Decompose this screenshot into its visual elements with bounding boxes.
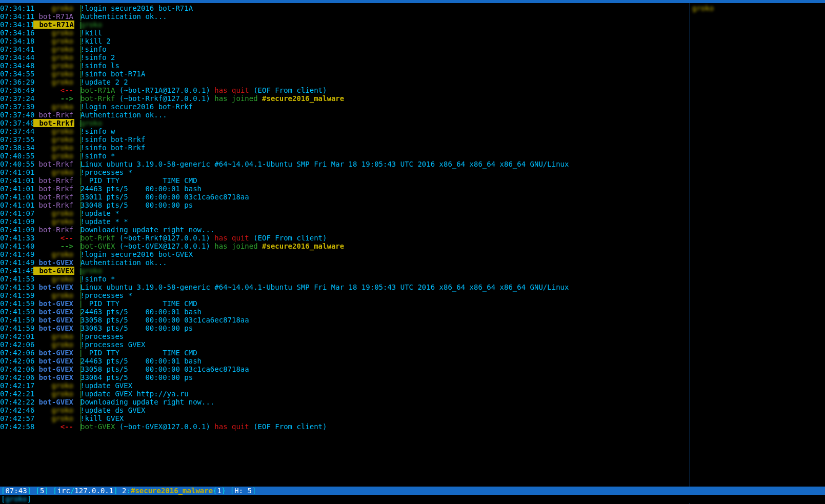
chat-line: 07:42:58<-- | bot-GVEX (~bot-GVEX@127.0.… (0, 422, 690, 431)
chat-line: 07:42:01groko | !processes (0, 332, 690, 340)
chat-line: 07:41:40--> | bot-GVEX (~bot-GVEX@127.0.… (0, 242, 690, 250)
separator: | (74, 144, 81, 152)
timestamp: 07:37:24 (0, 94, 33, 103)
nick: bot-GVEX (33, 267, 74, 275)
nick: groko (33, 29, 74, 37)
nick: --> (33, 242, 74, 250)
message: Downloading update right now... (81, 226, 690, 234)
chat-buffer[interactable]: 07:34:11groko | !login secure2016 bot-R7… (0, 3, 690, 504)
timestamp: 07:36:49 (0, 86, 33, 94)
timestamp: 07:34:55 (0, 70, 33, 78)
separator: | (74, 201, 81, 209)
nick: groko (33, 53, 74, 62)
nick: bot-Rrkf (33, 226, 74, 234)
nick: groko (33, 414, 74, 422)
chat-line: 07:34:16groko | !kill (0, 29, 690, 37)
timestamp: 07:42:01 (0, 332, 33, 340)
chat-line: 07:37:39groko | !login secure2016 bot-Rr… (0, 103, 690, 111)
message: !sinfo w (81, 127, 690, 135)
nick: groko (33, 70, 74, 78)
separator: | (74, 160, 81, 168)
separator: | (74, 70, 81, 78)
separator: | (74, 111, 81, 119)
separator: | (74, 242, 81, 250)
nick: groko (33, 78, 74, 86)
message: !login secure2016 bot-R71A (81, 4, 690, 12)
timestamp: 07:40:55 (0, 160, 33, 168)
separator: | (74, 373, 81, 381)
message: !update ds GVEX (81, 406, 690, 414)
message: 33011 pts/5 00:00:00 03c1ca6ec8718aa (81, 193, 690, 201)
chat-line: 07:41:01bot-Rrkf | 24463 pts/5 00:00:01 … (0, 185, 690, 193)
separator: | (74, 209, 81, 217)
timestamp: 07:42:57 (0, 414, 33, 422)
message: !update 2 2 (81, 78, 690, 86)
timestamp: 07:42:06 (0, 365, 33, 373)
nicklist-item[interactable]: groko (692, 4, 823, 12)
message: Linux ubuntu 3.19.0-58-generic #64~14.04… (81, 160, 690, 168)
nick: bot-GVEX (33, 299, 74, 308)
message: !login secure2016 bot-Rrkf (81, 103, 690, 111)
nick: groko (33, 103, 74, 111)
timestamp: 07:42:58 (0, 422, 33, 431)
message: 33048 pts/5 00:00:00 ps (81, 201, 690, 209)
nick: groko (33, 4, 74, 12)
timestamp: 07:36:29 (0, 78, 33, 86)
chat-line: 07:42:06bot-GVEX | 33064 pts/5 00:00:00 … (0, 373, 690, 381)
chat-line: 07:36:49<-- | bot-R71A (~bot-R71A@127.0.… (0, 86, 690, 94)
chat-line: 07:41:01bot-Rrkf | 33011 pts/5 00:00:00 … (0, 193, 690, 201)
message: 24463 pts/5 00:00:01 bash (81, 185, 690, 193)
chat-line: 07:42:06bot-GVEX | 33058 pts/5 00:00:00 … (0, 365, 690, 373)
chat-line: 07:41:09bot-Rrkf | Downloading update ri… (0, 226, 690, 234)
message: bot-R71A (~bot-R71A@127.0.0.1) has quit … (81, 86, 690, 94)
chat-line: 07:41:49bot-GVEX | Authentication ok... (0, 258, 690, 267)
input-line[interactable]: [groko] (0, 495, 825, 503)
separator: | (74, 62, 81, 70)
separator: | (74, 357, 81, 365)
chat-line: 07:38:34groko | !sinfo bot-Rrkf (0, 144, 690, 152)
timestamp: 07:41:59 (0, 308, 33, 316)
timestamp: 07:42:22 (0, 398, 33, 406)
nick: groko (33, 275, 74, 283)
message: 24463 pts/5 00:00:01 bash (81, 308, 690, 316)
chat-line: 07:42:46groko | !update ds GVEX (0, 406, 690, 414)
separator: | (74, 332, 81, 340)
message: !kill 2 (81, 37, 690, 45)
chat-line: 07:41:53groko | !sinfo * (0, 275, 690, 283)
message: bot-GVEX (~bot-GVEX@127.0.0.1) has joine… (81, 242, 690, 250)
nicklist-panel[interactable]: groko (690, 3, 825, 504)
nick: groko (33, 406, 74, 414)
message: !sinfo 2 (81, 53, 690, 62)
separator: | (74, 86, 81, 94)
timestamp: 07:42:46 (0, 406, 33, 414)
chat-line: 07:42:06bot-GVEX | PID TTY TIME CMD (0, 349, 690, 357)
separator: | (74, 152, 81, 160)
timestamp: 07:37:44 (0, 127, 33, 135)
chat-line: 07:42:21groko | !update GVEX http://ya.r… (0, 390, 690, 398)
timestamp: 07:34:41 (0, 45, 33, 53)
separator: | (74, 78, 81, 86)
main-wrap: 07:34:11groko | !login secure2016 bot-R7… (0, 3, 825, 504)
status-bar: [07:43] [5] [irc/127.0.0.1] 2:#secure201… (0, 487, 825, 495)
chat-line: 07:42:06bot-GVEX | 24463 pts/5 00:00:01 … (0, 357, 690, 365)
timestamp: 07:41:09 (0, 226, 33, 234)
chat-line: 07:34:18groko | !kill 2 (0, 37, 690, 45)
nick: bot-Rrkf (33, 201, 74, 209)
message: 33058 pts/5 00:00:00 03c1ca6ec8718aa (81, 316, 690, 324)
chat-line: 07:41:53bot-GVEX | Linux ubuntu 3.19.0-5… (0, 283, 690, 291)
chat-line: 07:34:11groko | !login secure2016 bot-R7… (0, 4, 690, 12)
timestamp: 07:40:55 (0, 152, 33, 160)
separator: | (74, 135, 81, 144)
timestamp: 07:41:01 (0, 176, 33, 185)
message: groko (81, 267, 690, 275)
message: Authentication ok... (81, 111, 690, 119)
separator: | (74, 119, 81, 127)
nick: groko (33, 45, 74, 53)
message: bot-Rrkf (~bot-Rrkf@127.0.0.1) has quit … (81, 234, 690, 242)
nick: bot-GVEX (33, 357, 74, 365)
timestamp: 07:38:34 (0, 144, 33, 152)
timestamp: 07:41:40 (0, 242, 33, 250)
separator: | (74, 193, 81, 201)
message: !kill GVEX (81, 414, 690, 422)
chat-line: 07:41:59bot-GVEX | 33058 pts/5 00:00:00 … (0, 316, 690, 324)
